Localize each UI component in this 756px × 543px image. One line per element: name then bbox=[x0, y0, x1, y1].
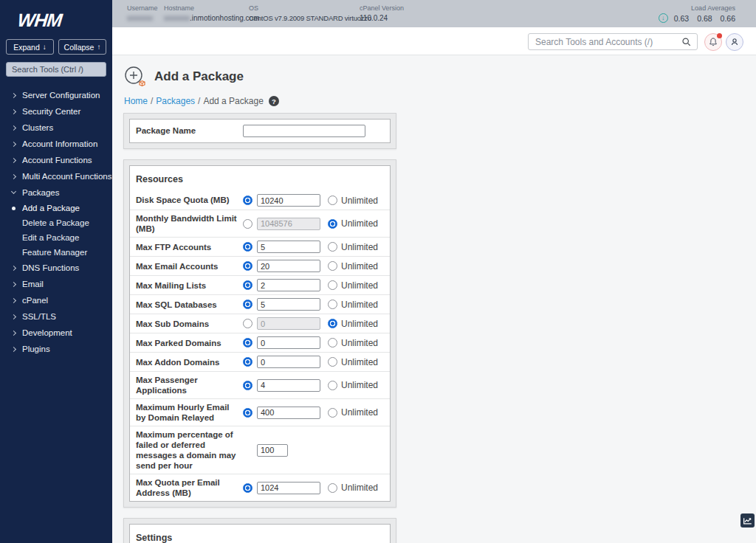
sidebar-item-label: Multi Account Functions bbox=[22, 172, 111, 181]
active-bullet-icon bbox=[12, 207, 16, 210]
resource-controls: Unlimited bbox=[243, 260, 378, 272]
sidebar-item-server-configuration[interactable]: Server Configuration bbox=[0, 87, 112, 103]
limit-value-radio[interactable] bbox=[243, 338, 252, 347]
page-header-bar bbox=[112, 27, 756, 55]
breadcrumb-add-a-package: Add a Package bbox=[203, 96, 263, 106]
sidebar-subitem-label: Add a Package bbox=[22, 204, 80, 212]
unlimited-radio[interactable] bbox=[328, 196, 337, 205]
limit-input[interactable] bbox=[257, 317, 320, 330]
resource-controls: Unlimited bbox=[243, 379, 378, 392]
limit-value-radio[interactable] bbox=[243, 357, 252, 367]
username-label: Username bbox=[127, 4, 158, 12]
breadcrumb-home[interactable]: Home bbox=[124, 96, 148, 106]
stats-fab-button[interactable] bbox=[740, 513, 755, 528]
limit-value-radio[interactable] bbox=[243, 319, 252, 328]
chevron-right-icon bbox=[11, 265, 16, 270]
limit-input[interactable] bbox=[257, 444, 288, 457]
breadcrumb-packages[interactable]: Packages bbox=[156, 96, 195, 106]
limit-input[interactable] bbox=[257, 194, 320, 207]
limit-input[interactable] bbox=[257, 218, 320, 230]
sidebar-item-feature-manager[interactable]: Feature Manager bbox=[0, 245, 112, 260]
collapse-button[interactable]: Collapse ↑ bbox=[58, 39, 106, 55]
sidebar-subitem-label: Edit a Package bbox=[22, 233, 79, 242]
resource-row: Max Sub DomainsUnlimited bbox=[130, 314, 390, 333]
help-icon[interactable]: ? bbox=[269, 96, 279, 106]
limit-input[interactable] bbox=[257, 356, 320, 368]
unlimited-radio[interactable] bbox=[328, 319, 337, 328]
unlimited-label: Unlimited bbox=[341, 242, 378, 252]
limit-input[interactable] bbox=[257, 336, 320, 349]
expand-button[interactable]: Expand ↓ bbox=[6, 39, 54, 55]
sidebar-item-development[interactable]: Development bbox=[0, 325, 112, 341]
limit-input[interactable] bbox=[257, 482, 320, 494]
resource-label: Max Sub Domains bbox=[136, 319, 243, 329]
package-name-input[interactable] bbox=[243, 125, 365, 137]
limit-input[interactable] bbox=[257, 241, 320, 253]
sidebar-item-label: Email bbox=[22, 280, 44, 288]
sidebar-item-account-functions[interactable]: Account Functions bbox=[0, 152, 112, 168]
limit-input[interactable] bbox=[257, 379, 320, 392]
unlimited-radio[interactable] bbox=[328, 242, 337, 252]
limit-value-radio[interactable] bbox=[243, 408, 252, 418]
limit-value-radio[interactable] bbox=[243, 280, 252, 290]
hostname-info: Hostname xxxxxxx.inmotionhosting.com bbox=[164, 4, 260, 22]
sidebar-item-packages[interactable]: Packages bbox=[0, 184, 112, 201]
sidebar-item-cpanel[interactable]: cPanel bbox=[0, 292, 112, 308]
unlimited-radio[interactable] bbox=[328, 261, 337, 271]
sidebar-item-dns-functions[interactable]: DNS Functions bbox=[0, 260, 112, 276]
unlimited-radio[interactable] bbox=[328, 219, 337, 229]
limit-input[interactable] bbox=[257, 407, 320, 419]
limit-value-radio[interactable] bbox=[243, 219, 252, 229]
chevron-right-icon bbox=[11, 141, 16, 146]
sidebar-item-account-information[interactable]: Account Information bbox=[0, 136, 112, 152]
sidebar-item-label: Packages bbox=[22, 188, 60, 197]
limit-value-radio[interactable] bbox=[243, 381, 252, 390]
limit-input[interactable] bbox=[257, 298, 320, 311]
limit-value-radio[interactable] bbox=[243, 242, 252, 252]
load-down-arrow-icon[interactable]: ↓ bbox=[659, 13, 668, 23]
cpanel-version-label: cPanel Version bbox=[360, 4, 404, 12]
global-search bbox=[528, 33, 698, 50]
resource-label: Max Passenger Applications bbox=[136, 375, 243, 395]
unlimited-radio[interactable] bbox=[328, 483, 337, 493]
limit-value-radio[interactable] bbox=[243, 483, 252, 493]
global-search-input[interactable] bbox=[529, 34, 697, 49]
resource-label: Max FTP Accounts bbox=[136, 242, 243, 252]
unlimited-radio[interactable] bbox=[328, 280, 337, 290]
unlimited-radio[interactable] bbox=[328, 300, 337, 309]
resource-controls: Unlimited bbox=[243, 298, 378, 311]
limit-input[interactable] bbox=[257, 260, 320, 272]
username-value-masked: xxxxxxx bbox=[127, 14, 153, 22]
unlimited-radio[interactable] bbox=[328, 338, 337, 347]
sidebar-item-label: Account Information bbox=[22, 139, 97, 148]
breadcrumb-separator: / bbox=[198, 96, 200, 106]
sidebar-item-clusters[interactable]: Clusters bbox=[0, 120, 112, 136]
resource-row: Max Passenger ApplicationsUnlimited bbox=[130, 372, 390, 399]
limit-value-radio[interactable] bbox=[243, 300, 252, 309]
sidebar-search-input[interactable] bbox=[6, 62, 106, 77]
sidebar-item-add-a-package[interactable]: Add a Package bbox=[0, 201, 112, 215]
search-icon[interactable] bbox=[681, 37, 692, 47]
resource-controls bbox=[243, 444, 288, 457]
resource-row: Max Quota per Email Address (MB)Unlimite… bbox=[130, 474, 390, 501]
sidebar-item-ssl-tls[interactable]: SSL/TLS bbox=[0, 308, 112, 325]
sidebar-item-delete-a-package[interactable]: Delete a Package bbox=[0, 215, 112, 230]
unlimited-radio[interactable] bbox=[328, 381, 337, 390]
collapse-label: Collapse bbox=[64, 43, 94, 52]
notifications-button[interactable] bbox=[704, 33, 722, 51]
limit-value-radio[interactable] bbox=[243, 196, 252, 205]
unlimited-radio[interactable] bbox=[328, 408, 337, 418]
limit-input[interactable] bbox=[257, 279, 320, 291]
resource-label: Maximum Hourly Email by Domain Relayed bbox=[136, 402, 243, 423]
sidebar-item-multi-account-functions[interactable]: Multi Account Functions bbox=[0, 168, 112, 184]
limit-value-radio[interactable] bbox=[243, 261, 252, 271]
resource-label: Monthly Bandwidth Limit (MB) bbox=[136, 213, 243, 234]
sidebar-item-plugins[interactable]: Plugins bbox=[0, 341, 112, 357]
unlimited-label: Unlimited bbox=[341, 380, 378, 390]
sidebar-item-edit-a-package[interactable]: Edit a Package bbox=[0, 230, 112, 245]
unlimited-radio[interactable] bbox=[328, 357, 337, 367]
sidebar-item-security-center[interactable]: Security Center bbox=[0, 103, 112, 120]
sidebar-item-email[interactable]: Email bbox=[0, 276, 112, 292]
arrow-up-icon: ↑ bbox=[97, 43, 100, 51]
user-menu-button[interactable] bbox=[726, 33, 743, 51]
